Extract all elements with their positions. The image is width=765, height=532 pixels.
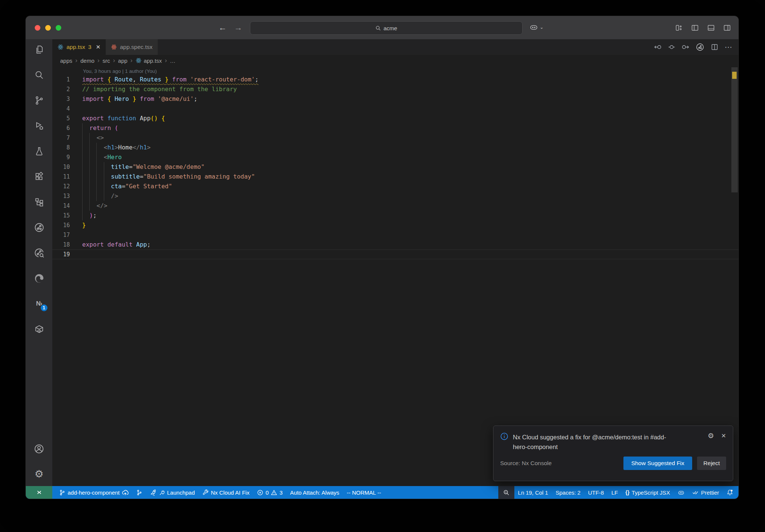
cursor-position-item[interactable]: Ln 19, Col 1	[514, 486, 552, 499]
settings-gear-icon[interactable]: ⚙	[30, 465, 48, 483]
hierarchy-icon[interactable]	[30, 193, 48, 211]
toggle-primary-sidebar-icon[interactable]	[691, 24, 699, 32]
notification-settings-icon[interactable]: ⚙	[708, 432, 714, 439]
line-number[interactable]: 8	[52, 143, 70, 152]
language-mode-item[interactable]: {} TypeScript JSX	[622, 486, 673, 499]
navigate-forward-icon[interactable]: →	[234, 23, 242, 33]
code-line[interactable]: 19	[52, 250, 738, 259]
code-line[interactable]: 18export default App;	[52, 240, 738, 250]
line-number[interactable]: 3	[52, 94, 70, 104]
close-window-button[interactable]	[35, 25, 40, 31]
code-line[interactable]: 2// importing the component from the lib…	[52, 84, 738, 94]
line-number[interactable]: 12	[52, 182, 70, 191]
line-number[interactable]: 9	[52, 152, 70, 162]
close-tab-icon[interactable]: ✕	[96, 44, 101, 50]
code-line[interactable]: 16}	[52, 220, 738, 230]
line-number[interactable]: 10	[52, 162, 70, 172]
remote-indicator[interactable]	[26, 486, 52, 499]
navigate-back-icon[interactable]: ←	[219, 23, 227, 33]
line-number[interactable]: 11	[52, 172, 70, 182]
breadcrumb-item[interactable]: demo	[80, 58, 95, 64]
code-line[interactable]: 7 <>	[52, 133, 738, 143]
code-line[interactable]: 5export function App() {	[52, 114, 738, 123]
minimize-window-button[interactable]	[45, 25, 51, 31]
breadcrumb-item[interactable]: …	[170, 58, 176, 64]
breadcrumb-item[interactable]: src	[102, 58, 110, 64]
encoding-item[interactable]: UTF-8	[584, 486, 608, 499]
source-control-icon[interactable]	[30, 92, 48, 109]
breadcrumb-item[interactable]: apps	[60, 58, 72, 64]
notification-close-icon[interactable]: ✕	[721, 432, 726, 439]
code-line[interactable]: 14 </>	[52, 201, 738, 211]
line-number[interactable]: 2	[52, 84, 70, 94]
nx-graph-action-icon[interactable]	[696, 43, 704, 52]
tab-app-tsx[interactable]: app.tsx 3 ✕	[52, 39, 106, 55]
nx-cloud-fix-item[interactable]: Nx Cloud AI Fix	[199, 486, 253, 499]
code-line[interactable]: 12 cta="Get Started"	[52, 182, 738, 191]
reject-button[interactable]: Reject	[697, 457, 726, 470]
run-debug-icon[interactable]	[30, 117, 48, 135]
editor-scrollbar[interactable]	[731, 67, 738, 192]
extensions-icon[interactable]	[30, 168, 48, 186]
line-number[interactable]: 6	[52, 123, 70, 133]
launchpad-item[interactable]: Launchpad	[146, 486, 198, 499]
search-sidebar-icon[interactable]	[30, 66, 48, 84]
copilot-menu-button[interactable]: ⌄	[529, 23, 543, 32]
code-line[interactable]: 1import { Route, Routes } from 'react-ro…	[52, 75, 738, 84]
indentation-item[interactable]: Spaces: 2	[552, 486, 584, 499]
nx-project-graph-icon[interactable]	[30, 219, 48, 236]
line-number[interactable]: 1	[52, 75, 70, 84]
zoom-window-button[interactable]	[56, 25, 61, 31]
container-tools-icon[interactable]	[30, 320, 48, 338]
line-number[interactable]: 4	[52, 104, 70, 114]
code-line[interactable]: 15 );	[52, 211, 738, 220]
vim-mode-item[interactable]: -- NORMAL --	[343, 486, 385, 499]
git-graph-item[interactable]	[132, 486, 146, 499]
line-number[interactable]: 19	[52, 250, 70, 259]
line-number[interactable]: 17	[52, 230, 70, 240]
line-number[interactable]: 18	[52, 240, 70, 250]
next-change-icon[interactable]	[682, 43, 689, 51]
code-line[interactable]: 13 />	[52, 191, 738, 201]
current-change-icon[interactable]	[668, 43, 675, 51]
git-branch-item[interactable]: add-hero-component	[55, 486, 132, 499]
line-number[interactable]: 14	[52, 201, 70, 211]
code-line[interactable]: 3import { Hero } from '@acme/ui';	[52, 94, 738, 104]
code-line[interactable]: 9 <Hero	[52, 152, 738, 162]
code-line[interactable]: 8 <h1>Home</h1>	[52, 143, 738, 152]
line-number[interactable]: 15	[52, 211, 70, 220]
command-center-search[interactable]: acme	[250, 21, 523, 35]
code-line[interactable]: 11 subtitle="Build something amazing tod…	[52, 172, 738, 182]
prettier-item[interactable]: Prettier	[688, 486, 723, 499]
line-number[interactable]: 5	[52, 114, 70, 123]
problems-item[interactable]: 0 3	[253, 486, 287, 499]
auto-attach-item[interactable]: Auto Attach: Always	[287, 486, 343, 499]
explorer-icon[interactable]	[30, 41, 48, 59]
customize-layout-icon[interactable]	[675, 24, 683, 32]
breadcrumb-item[interactable]: app.tsx	[136, 58, 162, 64]
edge-browser-icon[interactable]	[30, 269, 48, 287]
testing-icon[interactable]	[30, 142, 48, 160]
copilot-status-item[interactable]	[674, 486, 688, 499]
notifications-bell-item[interactable]	[723, 486, 738, 499]
line-number[interactable]: 13	[52, 191, 70, 201]
line-number[interactable]: 16	[52, 220, 70, 230]
eol-item[interactable]: LF	[608, 486, 622, 499]
accounts-icon[interactable]	[30, 440, 48, 458]
previous-change-icon[interactable]	[654, 43, 662, 51]
split-editor-icon[interactable]	[711, 43, 718, 51]
code-line[interactable]: 17	[52, 230, 738, 240]
code-line[interactable]: 10 title="Welcmoe @acme/demo"	[52, 162, 738, 172]
breadcrumb-item[interactable]: app	[118, 58, 127, 64]
toggle-secondary-sidebar-icon[interactable]	[723, 24, 731, 32]
show-suggested-fix-button[interactable]: Show Suggested Fix	[623, 457, 692, 470]
line-number[interactable]: 7	[52, 133, 70, 143]
code-line[interactable]: 6 return (	[52, 123, 738, 133]
more-actions-icon[interactable]: ⋯	[725, 43, 733, 52]
zoom-status-item[interactable]	[498, 486, 514, 499]
tab-app-spec-tsx[interactable]: app.spec.tsx	[106, 39, 158, 55]
nx-graph-search-icon[interactable]	[30, 244, 48, 262]
nx-console-icon[interactable]: N› 1	[30, 295, 48, 313]
code-line[interactable]: 4	[52, 104, 738, 114]
code-area[interactable]: You, 3 hours ago | 1 author (You) 1impor…	[52, 66, 738, 486]
